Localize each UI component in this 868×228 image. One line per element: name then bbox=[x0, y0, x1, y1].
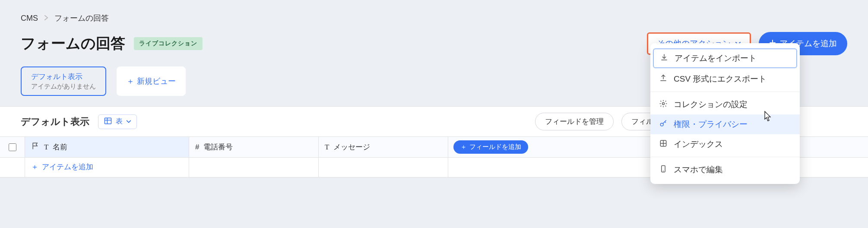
chevron-down-icon bbox=[126, 118, 131, 126]
new-view-label: 新規ビュー bbox=[137, 76, 176, 86]
manage-fields-button[interactable]: フィールドを管理 bbox=[535, 113, 614, 130]
cell-empty bbox=[319, 158, 448, 177]
dropdown-item-import[interactable]: アイテムをインポート bbox=[653, 48, 797, 68]
dropdown-label: 権限・プライバシー bbox=[674, 119, 748, 130]
more-actions-dropdown: アイテムをインポート CSV 形式にエクスポート コレクションの設定 権限・プラ… bbox=[650, 43, 800, 177]
plus-icon: ＋ bbox=[460, 143, 467, 151]
page-title: フォームの回答 bbox=[21, 34, 125, 54]
plus-icon: ＋ bbox=[127, 76, 134, 86]
dropdown-item-settings[interactable]: コレクションの設定 bbox=[650, 95, 800, 114]
table-icon bbox=[104, 117, 112, 127]
breadcrumb-root[interactable]: CMS bbox=[21, 14, 38, 23]
add-item-inline-label: アイテムを追加 bbox=[42, 162, 93, 172]
chevron-right-icon bbox=[44, 14, 48, 23]
view-type-selector[interactable]: 表 bbox=[98, 114, 137, 129]
flag-icon bbox=[31, 142, 40, 152]
breadcrumb: CMS フォームの回答 bbox=[21, 13, 847, 23]
gear-icon bbox=[659, 99, 668, 110]
svg-point-5 bbox=[662, 102, 665, 104]
select-all-checkbox[interactable] bbox=[9, 143, 16, 151]
add-field-label: フィールドを追加 bbox=[469, 143, 521, 151]
upload-icon bbox=[659, 74, 668, 85]
view-subtitle: アイテムがありません bbox=[31, 82, 96, 91]
menu-separator bbox=[650, 92, 800, 92]
breadcrumb-current: フォームの回答 bbox=[54, 13, 109, 23]
add-item-inline-button[interactable]: ＋ アイテムを追加 bbox=[31, 162, 93, 172]
plus-icon: ＋ bbox=[31, 162, 38, 172]
add-field-button[interactable]: ＋ フィールドを追加 bbox=[453, 140, 528, 154]
dropdown-label: スマホで編集 bbox=[674, 164, 723, 175]
column-label: 電話番号 bbox=[203, 142, 233, 152]
select-all-cell[interactable] bbox=[0, 137, 25, 157]
toolbar-title: デフォルト表示 bbox=[21, 115, 89, 128]
new-view-button[interactable]: ＋ 新規ビュー bbox=[117, 66, 186, 96]
dropdown-label: CSV 形式にエクスポート bbox=[674, 73, 767, 85]
column-label: 名前 bbox=[53, 142, 67, 152]
live-collection-badge: ライブコレクション bbox=[134, 37, 203, 50]
svg-point-6 bbox=[660, 123, 663, 126]
column-label: メッセージ bbox=[333, 142, 370, 152]
table-chip-label: 表 bbox=[116, 117, 123, 126]
key-icon bbox=[659, 119, 668, 130]
cell-empty bbox=[189, 158, 319, 177]
cursor-pointer-icon bbox=[761, 111, 773, 125]
download-icon bbox=[660, 53, 668, 64]
column-header-message[interactable]: T メッセージ bbox=[319, 137, 448, 157]
dropdown-item-indexes[interactable]: インデックス bbox=[650, 134, 800, 154]
text-type-icon: T bbox=[44, 143, 48, 152]
menu-separator bbox=[650, 157, 800, 157]
svg-rect-0 bbox=[105, 118, 111, 124]
text-type-icon: T bbox=[325, 143, 329, 152]
dropdown-label: コレクションの設定 bbox=[674, 99, 748, 110]
row-checkbox-cell bbox=[0, 158, 25, 177]
view-title: デフォルト表示 bbox=[31, 72, 96, 82]
dropdown-item-export[interactable]: CSV 形式にエクスポート bbox=[650, 69, 800, 89]
column-header-name[interactable]: T 名前 bbox=[25, 137, 189, 157]
dropdown-label: アイテムをインポート bbox=[675, 53, 757, 64]
column-header-phone[interactable]: # 電話番号 bbox=[189, 137, 319, 157]
mobile-icon bbox=[659, 165, 668, 175]
dropdown-item-privacy[interactable]: 権限・プライバシー bbox=[650, 114, 800, 134]
grid-icon bbox=[659, 139, 668, 150]
number-type-icon: # bbox=[195, 143, 199, 152]
dropdown-item-mobile[interactable]: スマホで編集 bbox=[650, 160, 800, 177]
view-card-default[interactable]: デフォルト表示 アイテムがありません bbox=[21, 66, 106, 96]
dropdown-label: インデックス bbox=[674, 139, 723, 150]
